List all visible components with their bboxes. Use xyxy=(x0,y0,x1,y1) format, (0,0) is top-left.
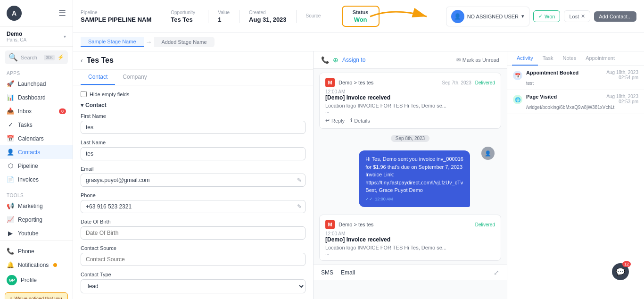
email-edit-icon[interactable]: ✎ xyxy=(297,177,302,183)
sidebar-item-label: Reporting xyxy=(18,216,42,223)
first-name-input[interactable] xyxy=(81,121,305,134)
stage-label-0: Sample Stage Name xyxy=(88,39,136,44)
sidebar-item-label: Tasks xyxy=(18,122,33,128)
source-label: Source xyxy=(306,13,324,18)
stage-bar: Sample Stage Name → Added Stage Name xyxy=(73,33,644,51)
expand-icon[interactable]: ⤢ xyxy=(494,269,499,276)
contact-type-label: Contact Type xyxy=(81,272,305,277)
left-panel-header: ‹ Tes Tes xyxy=(73,51,313,70)
opportunity-value: Tes Tes xyxy=(171,16,198,23)
chat-text: Hi Tes, Demo sent you invoice inv_000016… xyxy=(365,155,463,194)
contact-tabs: Contact Company xyxy=(73,70,313,85)
search-icon: 🔍 xyxy=(8,53,18,62)
sidebar-item-inbox[interactable]: 📥 Inbox 0 xyxy=(0,104,73,118)
topbar-right: 👤 NO ASSIGNED USER ▾ ✓ Won Lost ✕ Add Co… xyxy=(446,7,636,26)
calendar-icon: 📅 xyxy=(513,71,522,80)
email-input[interactable] xyxy=(81,174,305,187)
gmail-icon-1: M xyxy=(325,220,335,229)
activity-time-1: 02:53 pm xyxy=(606,99,638,104)
pipeline-icon: ⬡ xyxy=(7,162,14,169)
date-separator: Sep 8th, 2023 xyxy=(314,133,507,142)
email-subject-1: [Demo] Invoice received xyxy=(325,236,495,243)
delivered-badge-0: Delivered xyxy=(475,80,495,85)
last-name-input[interactable] xyxy=(81,147,305,160)
chat-support-badge: 12 xyxy=(622,261,631,267)
details-icon-0: ℹ xyxy=(350,117,352,124)
sidebar-item-profile[interactable]: GP Profile xyxy=(0,272,73,289)
section-label: Contact xyxy=(85,102,107,108)
chat-time: 12:00 AM xyxy=(375,196,393,203)
details-button-0[interactable]: ℹ Details xyxy=(350,117,370,124)
activity-date-row-1: Page Visited Aug 18th, 2023 02:53 pm xyxy=(526,94,638,104)
sidebar-item-notifications[interactable]: 🔔 Notifications xyxy=(0,258,73,272)
mid-header: 📞 ⊕ Assign to ✉ Mark as Unread xyxy=(314,51,507,69)
sidebar-item-phone[interactable]: 📞 Phone xyxy=(0,244,73,258)
avatar: A xyxy=(7,6,22,21)
lost-label: Lost xyxy=(569,14,579,19)
dashboard-icon: 📊 xyxy=(7,94,14,101)
email-card-1: M Demo > tes tes Delivered 12:00 AM [Dem… xyxy=(319,215,501,261)
sms-tab[interactable]: SMS xyxy=(321,269,333,276)
sidebar-item-reporting[interactable]: 📈 Reporting xyxy=(0,213,73,226)
reply-label-0: Reply xyxy=(331,118,345,124)
assign-to-label: Assign to xyxy=(342,57,365,63)
sidebar-item-label: Pipeline xyxy=(18,163,38,169)
tab-appointment[interactable]: Appointment xyxy=(581,51,619,66)
dob-input[interactable] xyxy=(81,226,305,240)
assign-to-button[interactable]: Assign to xyxy=(342,57,365,63)
created-value: Aug 31, 2023 xyxy=(249,16,287,23)
tab-company[interactable]: Company xyxy=(115,70,154,85)
chat-support-button[interactable]: 💬 12 xyxy=(612,263,629,280)
search-label: Search xyxy=(21,55,41,60)
contact-source-input[interactable] xyxy=(81,253,305,266)
form-area: Hide empty fields ▾ Contact First Name L… xyxy=(73,85,313,299)
contact-type-field: Contact Type lead xyxy=(81,272,305,293)
tab-activity[interactable]: Activity xyxy=(512,51,538,66)
reply-icon-0: ↩ xyxy=(325,117,330,124)
envelope-icon: ✉ xyxy=(456,57,461,63)
sidebar-item-calendars[interactable]: 📅 Calendars xyxy=(0,132,73,145)
org-chevron-icon: ▾ xyxy=(64,34,66,39)
hamburger-icon[interactable]: ☰ xyxy=(58,8,66,18)
phone-edit-icon[interactable]: ✎ xyxy=(297,203,302,210)
contact-type-select[interactable]: lead xyxy=(81,279,305,293)
org-selector[interactable]: Demo Paris, CA ▾ xyxy=(0,27,73,47)
search-bar[interactable]: 🔍 Search ⌘K ⚡ xyxy=(5,50,68,64)
sidebar-item-invoices[interactable]: 📄 Invoices xyxy=(0,173,73,186)
sidebar-item-contacts[interactable]: 👤 Contacts xyxy=(0,145,73,159)
marketing-icon: 📢 xyxy=(7,202,14,209)
action-button[interactable]: Add Contact... xyxy=(594,11,636,22)
sidebar-item-label: Marketing xyxy=(18,203,43,209)
org-location: Paris, CA xyxy=(7,37,26,42)
sidebar-item-launchpad[interactable]: 🚀 Launchpad xyxy=(0,77,73,91)
sidebar-item-youtube[interactable]: ▶ Youtube xyxy=(0,226,73,240)
check-icon: ✓✓ xyxy=(365,196,373,203)
activity-time-0: 02:54 pm xyxy=(606,75,638,80)
activity-item-1: 🌐 Page Visited Aug 18th, 2023 02:53 pm /… xyxy=(507,90,644,114)
user-avatar-icon: 👤 xyxy=(451,10,464,23)
phone-input[interactable] xyxy=(81,200,305,213)
chat-row: Hi Tes, Demo sent you invoice inv_000016… xyxy=(319,147,501,211)
sidebar-item-tasks[interactable]: ✓ Tasks xyxy=(0,118,73,132)
assigned-user-button[interactable]: 👤 NO ASSIGNED USER ▾ xyxy=(446,7,529,26)
back-button[interactable]: ‹ xyxy=(81,57,83,64)
sidebar-item-pipeline[interactable]: ⬡ Pipeline xyxy=(0,159,73,173)
stage-item-0[interactable]: Sample Stage Name xyxy=(81,37,144,47)
assigned-user-label: NO ASSIGNED USER xyxy=(467,14,519,19)
tab-task[interactable]: Task xyxy=(538,51,558,66)
won-button[interactable]: ✓ Won xyxy=(533,10,560,22)
sidebar: A ☰ Demo Paris, CA ▾ 🔍 Search ⌘K ⚡ Apps … xyxy=(0,0,73,299)
hide-empty-checkbox[interactable] xyxy=(81,91,87,97)
reply-button-0[interactable]: ↩ Reply xyxy=(325,117,345,124)
email-tab[interactable]: Email xyxy=(341,269,355,276)
lost-button[interactable]: Lost ✕ xyxy=(564,10,590,22)
sidebar-item-dashboard[interactable]: 📊 Dashboard xyxy=(0,91,73,104)
email-time2-1: 12:00 AM xyxy=(325,231,495,236)
mark-unread-button[interactable]: ✉ Mark as Unread xyxy=(456,57,499,63)
last-name-label: Last Name xyxy=(81,140,305,145)
sidebar-item-marketing[interactable]: 📢 Marketing xyxy=(0,199,73,213)
stage-item-1[interactable]: Added Stage Name xyxy=(154,37,215,47)
tab-contact[interactable]: Contact xyxy=(81,70,115,85)
phone-input-wrapper: ✎ xyxy=(81,200,305,213)
tab-notes[interactable]: Notes xyxy=(558,51,581,66)
